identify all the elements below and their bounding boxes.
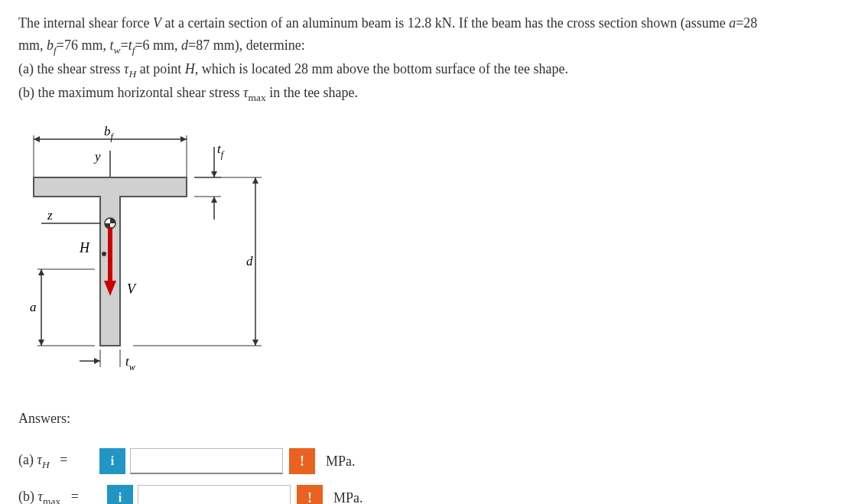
a-label: a	[30, 300, 37, 314]
text: at a certain section of an aluminum beam…	[161, 15, 729, 31]
var-tau-sub: max	[248, 92, 265, 103]
var-H: H	[185, 61, 195, 76]
text: mm,	[18, 37, 47, 53]
warning-icon: !	[297, 485, 323, 504]
svg-point-16	[102, 252, 106, 256]
svg-marker-24	[252, 340, 258, 346]
diagram-svg: bf y tf z V H a	[18, 124, 278, 376]
H-label: H	[79, 240, 90, 255]
var-V: V	[153, 15, 161, 31]
answer-b-input[interactable]	[138, 485, 291, 504]
V-label: V	[127, 281, 137, 297]
answer-a-row: (a) τH = i ! MPa.	[18, 448, 837, 474]
svg-marker-19	[38, 340, 44, 346]
text: =28	[736, 15, 757, 31]
text: in the tee shape.	[266, 85, 358, 100]
answer-b-row: (b) τmax = i ! MPa.	[18, 485, 837, 504]
svg-marker-9	[211, 197, 217, 203]
svg-marker-1	[34, 136, 40, 142]
z-label: z	[47, 208, 53, 223]
text: =87 mm), determine:	[188, 37, 305, 53]
problem-statement: The internal shear force V at a certain …	[18, 12, 837, 106]
answers-heading: Answers:	[18, 411, 837, 427]
tf-label: tf	[217, 141, 225, 160]
answer-a-input[interactable]	[130, 448, 283, 474]
info-icon[interactable]: i	[99, 448, 125, 474]
d-label: d	[246, 254, 253, 268]
tw-label: tw	[125, 354, 135, 372]
var-a: a	[729, 15, 736, 31]
text: =	[120, 37, 128, 53]
answer-b-label: (b) τmax =	[18, 489, 102, 504]
warning-icon: !	[289, 448, 315, 474]
var-bf: b	[47, 37, 54, 53]
var-d: d	[181, 37, 188, 53]
answer-a-label: (a) τH =	[18, 452, 95, 471]
text: (a) the shear stress	[18, 61, 124, 76]
svg-marker-7	[211, 171, 217, 177]
y-label: y	[93, 149, 101, 164]
unit-label: MPa.	[326, 454, 356, 470]
svg-marker-18	[38, 269, 44, 275]
info-icon[interactable]: i	[107, 485, 133, 504]
text: The internal shear force	[18, 15, 153, 31]
svg-marker-2	[180, 136, 187, 142]
text: , which is located 28 mm above the botto…	[195, 61, 568, 76]
svg-marker-28	[94, 358, 100, 364]
text: =76 mm,	[57, 37, 110, 53]
svg-marker-23	[252, 177, 258, 184]
tee-beam-diagram: bf y tf z V H a	[18, 124, 837, 380]
text: (b) the maximum horizontal shear stress	[18, 85, 243, 100]
unit-label: MPa.	[333, 490, 363, 504]
text: =6 mm,	[135, 37, 181, 53]
var-tau-sub: H	[128, 68, 136, 80]
text: at point	[136, 61, 185, 76]
